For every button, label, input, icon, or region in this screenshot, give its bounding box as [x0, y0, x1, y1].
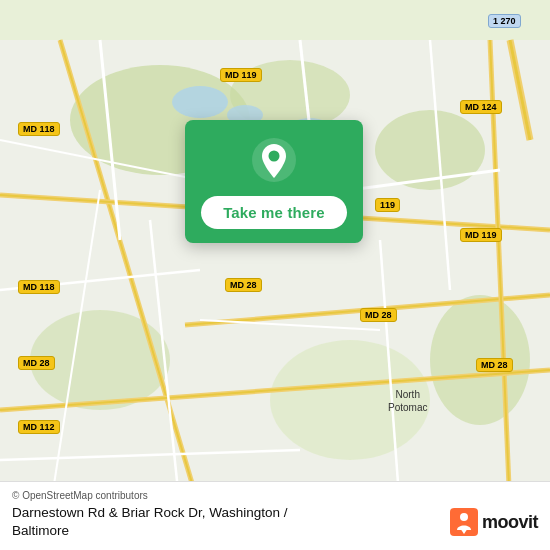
road-badge-md28-2: MD 28: [360, 308, 397, 322]
road-badge-md118-2: MD 118: [18, 280, 60, 294]
road-badge-119: 119: [375, 198, 400, 212]
road-badge-md28-4: MD 28: [476, 358, 513, 372]
road-badge-md119-1: MD 119: [220, 68, 262, 82]
moovit-brand-name: moovit: [482, 512, 538, 533]
copyright-text: © OpenStreetMap contributors: [12, 490, 538, 501]
moovit-logo: moovit: [450, 508, 538, 536]
place-label-north-potomac: NorthPotomac: [388, 388, 427, 414]
road-badge-md118-1: MD 118: [18, 122, 60, 136]
svg-point-36: [460, 513, 468, 521]
road-badge-md112: MD 112: [18, 420, 60, 434]
map-roads: [0, 0, 550, 550]
road-badge-md28-1: MD 28: [225, 278, 262, 292]
bottom-bar: © OpenStreetMap contributors Darnestown …: [0, 481, 550, 550]
svg-point-34: [269, 151, 280, 162]
road-badge-md28-3: MD 28: [18, 356, 55, 370]
road-badge-md124: MD 124: [460, 100, 502, 114]
moovit-brand-icon: [450, 508, 478, 536]
road-badge-i270: 1 270: [488, 14, 521, 28]
road-badge-md119-2: MD 119: [460, 228, 502, 242]
location-pin-icon: [252, 138, 296, 182]
take-me-there-button[interactable]: Take me there: [201, 196, 347, 229]
location-card: Take me there: [185, 120, 363, 243]
map-container: MD 118 MD 118 MD 119 119 MD 124 MD 119 M…: [0, 0, 550, 550]
svg-point-7: [172, 86, 228, 118]
